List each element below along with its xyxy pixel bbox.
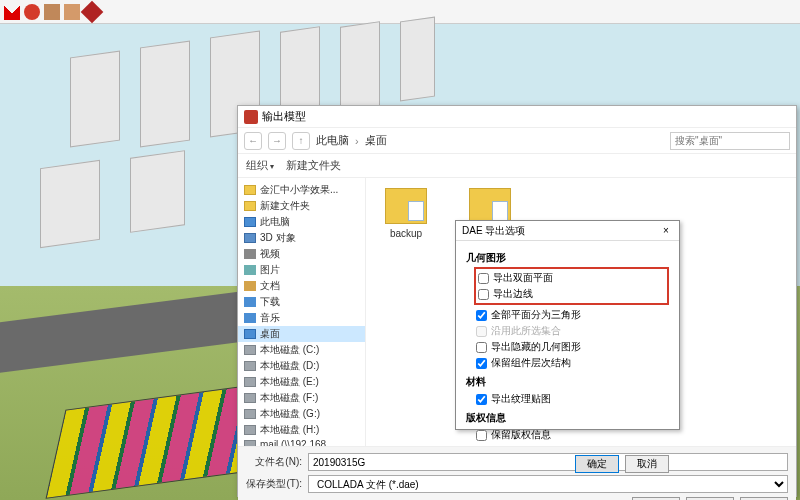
dae-options-dialog: DAE 导出选项 × 几何图形 导出双面平面 导出边线 全部平面分为三角形 沿用… [455,220,680,430]
close-icon[interactable]: × [659,224,673,238]
chk-hierarchy[interactable] [476,358,487,369]
drive-icon [244,345,256,355]
tree-label: 本地磁盘 (G:) [260,407,320,421]
tree-item[interactable]: 本地磁盘 (G:) [238,406,365,422]
tree-label: 本地磁盘 (E:) [260,375,319,389]
new-folder-button[interactable]: 新建文件夹 [286,158,341,173]
drive-icon [244,377,256,387]
folder-icon [244,201,256,211]
options-cancel-button[interactable]: 取消 [625,455,669,473]
nav-up-button[interactable]: ↑ [292,132,310,150]
tree-item[interactable]: 文档 [238,278,365,294]
filename-label: 文件名(N): [246,455,302,469]
music-icon [244,313,256,323]
options-title: DAE 导出选项 [462,224,525,238]
building [140,40,190,147]
drive-icon [244,393,256,403]
tree-label: 桌面 [260,327,280,341]
chk-triangulate[interactable] [476,310,487,321]
tree-item[interactable]: 3D 对象 [238,230,365,246]
chk-credits[interactable] [476,430,487,441]
section-materials: 材料 [466,375,669,389]
breadcrumb-item[interactable]: 此电脑 [316,133,349,148]
dl-icon [244,297,256,307]
options-titlebar[interactable]: DAE 导出选项 × [456,221,679,241]
dialog-tools: 组织 新建文件夹 [238,154,796,178]
section-geometry: 几何图形 [466,251,669,265]
tree-label: 文档 [260,279,280,293]
folder-icon [385,188,427,224]
tree-label: 本地磁盘 (F:) [260,391,318,405]
section-credits: 版权信息 [466,411,669,425]
chk-export-edges[interactable] [478,289,489,300]
app-icon [244,110,258,124]
ruby-icon[interactable] [81,0,104,23]
tree-label: 本地磁盘 (H:) [260,423,319,437]
nav-back-button[interactable]: ← [244,132,262,150]
vid-icon [244,249,256,259]
building [340,21,380,112]
folder-icon [469,188,511,224]
building [130,150,185,233]
highlighted-options: 导出双面平面 导出边线 [474,267,669,305]
drive-icon [244,409,256,419]
tree-label: 视频 [260,247,280,261]
cube-icon[interactable] [44,4,60,20]
tree-label: 新建文件夹 [260,199,310,213]
blue3d-icon [244,233,256,243]
tree-item[interactable]: 音乐 [238,310,365,326]
tree-label: 音乐 [260,311,280,325]
folder-icon [244,185,256,195]
tree-label: 此电脑 [260,215,290,229]
nav-fwd-button[interactable]: → [268,132,286,150]
file-label: backup [390,228,422,239]
tree-item[interactable]: 本地磁盘 (F:) [238,390,365,406]
tree-item[interactable]: 本地磁盘 (E:) [238,374,365,390]
doc-icon [244,281,256,291]
tree-label: mail (\\192.168... [260,439,334,446]
chk-hidden-geom[interactable] [476,342,487,353]
tree-item[interactable]: 新建文件夹 [238,198,365,214]
tree-label: 3D 对象 [260,231,296,245]
tree-label: 图片 [260,263,280,277]
tree-label: 下载 [260,295,280,309]
tree-item[interactable]: 下载 [238,294,365,310]
chk-textures[interactable] [476,394,487,405]
chk-two-sided[interactable] [478,273,489,284]
pc-icon [244,217,256,227]
tree-label: 本地磁盘 (C:) [260,343,319,357]
red-dot-icon[interactable] [24,4,40,20]
drive-icon [244,440,256,447]
pic-icon [244,265,256,275]
building [400,17,435,102]
breadcrumb-item[interactable]: 桌面 [365,133,387,148]
scissors-icon[interactable] [4,4,20,20]
dialog-titlebar[interactable]: 输出模型 [238,106,796,128]
drive-icon [244,425,256,435]
tree-item[interactable]: 金汇中小学效果... [238,182,365,198]
tree-label: 金汇中小学效果... [260,183,338,197]
tree-item[interactable]: 本地磁盘 (C:) [238,342,365,358]
search-input[interactable] [670,132,790,150]
dialog-title: 输出模型 [262,109,306,124]
filetype-select[interactable]: COLLADA 文件 (*.dae) [308,475,788,493]
tree-item[interactable]: 视频 [238,246,365,262]
tree-item[interactable]: 图片 [238,262,365,278]
tree-item[interactable]: 此电脑 [238,214,365,230]
cube-stack-icon[interactable] [64,4,80,20]
tree-item[interactable]: mail (\\192.168... [238,438,365,446]
pc-icon [244,329,256,339]
ok-button[interactable]: 确定 [575,455,619,473]
tree-item[interactable]: 本地磁盘 (D:) [238,358,365,374]
organize-dropdown[interactable]: 组织 [246,158,274,173]
tree-item[interactable]: 桌面 [238,326,365,342]
chk-selection [476,326,487,337]
folder-tree[interactable]: 金汇中小学效果...新建文件夹此电脑3D 对象视频图片文档下载音乐桌面本地磁盘 … [238,178,366,446]
file-item[interactable]: backup [376,188,436,239]
building [70,50,120,147]
dialog-nav: ← → ↑ 此电脑 › 桌面 [238,128,796,154]
tree-label: 本地磁盘 (D:) [260,359,319,373]
tree-item[interactable]: 本地磁盘 (H:) [238,422,365,438]
breadcrumb-sep: › [355,135,359,147]
building [40,160,100,248]
